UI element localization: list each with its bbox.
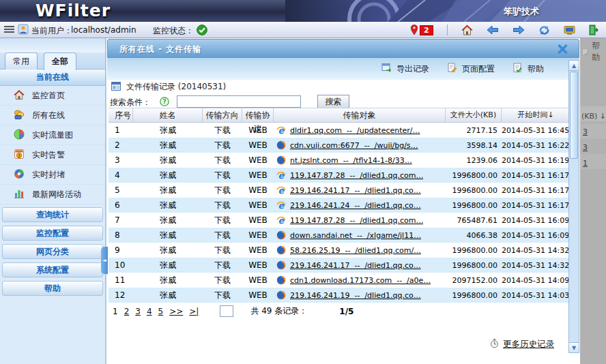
logout-icon[interactable] <box>589 25 599 35</box>
page-jump-input[interactable] <box>220 305 233 317</box>
cell-dir: 下载 <box>203 140 242 151</box>
search-button[interactable]: 搜索 <box>317 95 349 108</box>
table-row[interactable]: 7 张威 下载 WEB e 119.147.87.28 -- /dlied1.q… <box>109 213 570 228</box>
page-link[interactable]: 2 <box>124 307 130 316</box>
cell-proto: WEB <box>242 185 274 195</box>
monitor-icon[interactable] <box>564 25 575 35</box>
table-row[interactable]: 8 张威 下载 WEB e down.sandai.net -- /xlgame… <box>109 228 570 243</box>
table-row[interactable]: 12 张威 下载 WEB e 219.146.241.19 -- /dlied1… <box>109 288 570 303</box>
vertical-scrollbar[interactable]: ▲ ▼ <box>568 60 579 353</box>
table-row[interactable]: 3 张威 下载 WEB e nt.jzslnt.com -- /tflv14-1… <box>109 153 570 168</box>
col-header-size[interactable]: 文件大小(KB) <box>446 108 502 122</box>
app-logo: WFilter <box>35 0 111 22</box>
back-icon[interactable] <box>487 25 499 35</box>
sidebar-item-realtime-alert[interactable]: ! 实时告警 <box>0 145 105 165</box>
cell-name: 张威 <box>133 185 203 196</box>
page-link[interactable]: 4 <box>147 307 152 316</box>
cell-target: e dldir1.qq.com -- /updatecenter/… <box>274 125 446 135</box>
cell-proto: WEB <box>242 245 274 255</box>
sidebar-group-button[interactable]: 监控配置 <box>2 226 103 241</box>
transfer-target-link[interactable]: nt.jzslnt.com -- /tflv14-1-8/33… <box>290 156 412 165</box>
scrollbar-thumb[interactable] <box>570 72 578 159</box>
sidebar-item-latest-activity[interactable]: 最新网络活动 <box>0 185 105 204</box>
transfer-target-link[interactable]: 219.146.241.17 -- /dlied1.qq.co… <box>290 186 421 195</box>
browser-icon: e <box>276 155 286 165</box>
menu-icon[interactable] <box>4 26 14 34</box>
close-icon[interactable] <box>558 44 568 57</box>
sidebar-collapse-handle[interactable]: ◄ <box>101 247 108 274</box>
sidebar-item-monitor-home[interactable]: 监控首页 <box>0 86 105 106</box>
home-icon[interactable] <box>461 25 473 35</box>
svg-text:!: ! <box>18 153 20 158</box>
cell-target: e 219.146.241.17 -- /dlied1.qq.co… <box>274 260 446 270</box>
table-row[interactable]: 10 张威 下载 WEB e 219.146.241.17 -- /dlied1… <box>109 258 570 273</box>
col-header-proto[interactable]: 传输协议 <box>242 108 274 122</box>
transfer-target-link[interactable]: dldir1.qq.com -- /updatecenter/… <box>290 126 420 135</box>
table-row[interactable]: 6 张威 下载 WEB e 219.146.241.24 -- /dlied1.… <box>109 198 570 213</box>
table-row[interactable]: 4 张威 下载 WEB e 119.147.87.28 -- /dlied1.q… <box>109 168 570 183</box>
transfer-target-link[interactable]: cdn.vuji.com:6677 -- /wuji/bg/s… <box>290 141 418 150</box>
table-row[interactable]: 11 张威 下载 WEB e cdn1.download.17173.com -… <box>109 273 570 288</box>
scroll-down-icon[interactable]: ▼ <box>569 342 579 352</box>
transfer-target-link[interactable]: down.sandai.net -- /xlgame/jl11… <box>290 231 421 240</box>
search-input[interactable] <box>177 95 301 108</box>
transfer-target-link[interactable]: 219.146.241.24 -- /dlied1.qq.co… <box>290 201 421 210</box>
sidebar-group-button[interactable]: 网页分类 <box>2 244 103 259</box>
col-header-dir[interactable]: 传输方向 <box>203 108 242 122</box>
transfer-target-link[interactable]: 119.147.87.28 -- /dlied1.qq.com… <box>290 216 423 225</box>
sidebar-section-current-online[interactable]: 当前在线 <box>0 70 105 86</box>
cell-name: 张威 <box>133 155 203 166</box>
panel-title: 所有在线 - 文件传输 <box>119 44 201 55</box>
transfer-target-link[interactable]: 119.147.87.28 -- /dlied1.qq.com… <box>290 171 423 180</box>
more-history-link[interactable]: 更多历史记录 <box>490 339 554 350</box>
page-link[interactable]: >> <box>169 307 183 316</box>
col-header-target[interactable]: 传输对象 <box>274 108 446 122</box>
banner-artwork <box>285 0 606 22</box>
statusbar-actions: 2 <box>410 24 599 36</box>
table-row[interactable]: 1 张威 下载 WEB e dldir1.qq.com -- /updatece… <box>109 123 570 138</box>
cell-time: 2014-05-31 16:45… <box>502 126 570 135</box>
col-header-name[interactable]: 姓名 <box>133 108 203 122</box>
tab-all[interactable]: 全部 <box>44 52 76 70</box>
alerts-indicator[interactable]: 2 <box>410 25 433 35</box>
page-link[interactable]: >| <box>189 307 199 316</box>
cell-size: 1996800.00 <box>446 186 502 195</box>
col-header-time[interactable]: 开始时间↓ <box>502 108 570 122</box>
col-header-no[interactable]: 序号 <box>109 108 133 122</box>
transfer-target-link[interactable]: 219.146.241.17 -- /dlied1.qq.co… <box>290 261 421 270</box>
current-user-value: localhost/admin <box>71 25 136 35</box>
sidebar-group-button[interactable]: 帮助 <box>2 281 103 296</box>
transfer-target-link[interactable]: 219.146.241.19 -- /dlied1.qq.co… <box>290 291 421 300</box>
forward-icon[interactable] <box>513 25 525 35</box>
table-row[interactable]: 9 张威 下载 WEB e 58.216.25.19 -- /dlied1.qq… <box>109 243 570 258</box>
background-link: 1 <box>583 159 588 168</box>
table-header-row: 序号 姓名 传输方向 传输协议 传输对象 文件大小(KB) 开始时间↓ <box>109 108 570 123</box>
export-records-button[interactable]: 导出记录 <box>381 63 429 75</box>
table-row[interactable]: 2 张威 下载 WEB e cdn.vuji.com:6677 -- /wuji… <box>109 138 570 153</box>
scroll-up-icon[interactable]: ▲ <box>569 61 579 71</box>
cell-name: 张威 <box>133 245 203 256</box>
tab-common[interactable]: 常用 <box>5 52 38 70</box>
cell-time: 2014-05-31 16:22… <box>502 141 570 150</box>
page-config-button[interactable]: 页面配置 <box>447 63 495 75</box>
cell-name: 张威 <box>133 230 203 241</box>
transfer-target-link[interactable]: cdn1.download.17173.com -- /a0e… <box>290 276 431 285</box>
cell-proto: WEB <box>242 275 274 285</box>
alert-count-badge[interactable]: 2 <box>420 25 433 35</box>
transfer-target-link[interactable]: 58.216.25.19 -- /dlied1.qq.com/… <box>290 246 421 255</box>
panel-help-button[interactable]: 帮助 <box>513 63 544 75</box>
table-row[interactable]: 5 张威 下载 WEB e 219.146.241.17 -- /dlied1.… <box>109 183 570 198</box>
status-bar: 当前用户： localhost/admin 监控状态： 2 <box>0 22 606 38</box>
sidebar-group-button[interactable]: 系统配置 <box>2 262 103 277</box>
page-link[interactable]: 5 <box>158 307 164 316</box>
sidebar-item-all-online[interactable]: 所有在线 <box>0 106 105 125</box>
refresh-icon[interactable] <box>538 25 550 35</box>
page-link[interactable]: 3 <box>135 307 141 316</box>
page-links: 2345>>>| <box>124 307 199 316</box>
sidebar-item-traffic-chart[interactable]: 实时流量图 <box>0 125 105 145</box>
home-icon <box>14 89 25 102</box>
sidebar-group-button[interactable]: 查询统计 <box>2 207 103 222</box>
cell-dir: 下载 <box>203 170 242 181</box>
cell-no: 2 <box>109 140 133 150</box>
sidebar-item-realtime-block[interactable]: 实时封堵 <box>0 165 105 185</box>
